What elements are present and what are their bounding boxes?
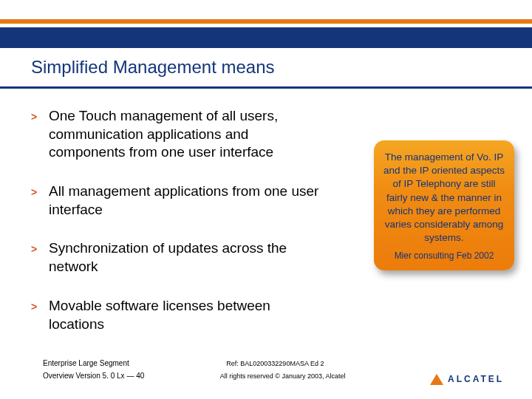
title-underline [0,86,532,89]
bullet-text: Synchronization of updates across the ne… [49,239,319,276]
bullet-marker: > [31,183,49,219]
bullet-text: All management applications from one use… [49,183,319,219]
bullet-list: > One Touch management of all users, com… [31,100,319,355]
footer-rights: All rights reserved © January 2003, Alca… [144,372,421,380]
accent-stripe-orange [0,19,532,24]
alcatel-logo: ALCATEL [430,369,519,389]
callout-box: The management of Vo. IP and the IP orie… [374,140,514,270]
bullet-item: > Movable software licenses between loca… [31,297,319,333]
bullet-text: One Touch management of all users, commu… [49,107,319,162]
footer-row-top: Enterprise Large Segment Ref: BAL0200332… [43,359,517,367]
page-title: Simplified Management means [31,57,275,78]
callout-credit: Mier consulting Feb 2002 [381,250,507,262]
footer-segment: Enterprise Large Segment [43,359,129,367]
callout-body: The management of Vo. IP and the IP orie… [381,151,507,245]
bullet-marker: > [31,107,49,162]
bullet-marker: > [31,239,49,276]
accent-stripe-navy [0,27,532,48]
bullet-item: > All management applications from one u… [31,183,319,219]
bullet-marker: > [31,297,49,333]
bullet-item: > One Touch management of all users, com… [31,107,319,162]
footer-ref: Ref: BAL0200332290MASA Ed 2 [129,360,421,367]
logo-triangle-icon [430,374,443,385]
title-bar: Simplified Management means [0,48,532,86]
footer-version: Overview Version 5. 0 Lx — 40 [43,372,144,380]
logo-text: ALCATEL [448,374,504,384]
bullet-text: Movable software licenses between locati… [49,297,319,333]
bullet-item: > Synchronization of updates across the … [31,239,319,276]
